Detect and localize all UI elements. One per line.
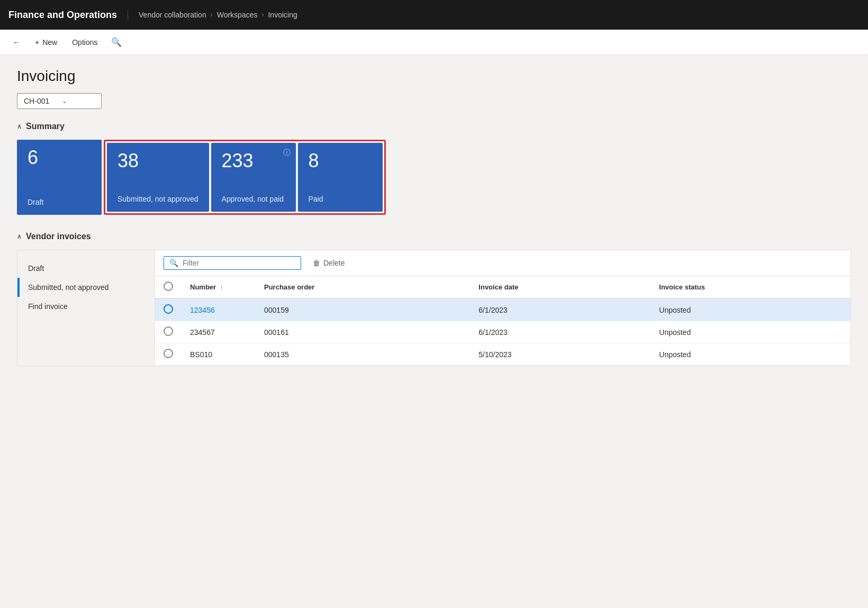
- row-status-cell: Unposted: [650, 343, 851, 366]
- breadcrumb-workspaces[interactable]: Workspaces: [217, 11, 258, 19]
- collapse-icon: ∧: [17, 123, 22, 130]
- table-row[interactable]: 234567 000161 6/1/2023 Unposted: [155, 321, 851, 343]
- row-number-cell: 234567: [182, 321, 256, 343]
- search-button[interactable]: 🔍: [106, 34, 127, 50]
- row-radio[interactable]: [164, 304, 173, 314]
- row-radio[interactable]: [164, 326, 173, 336]
- col-header-po[interactable]: Purchase order: [256, 276, 470, 298]
- vendor-invoices-section-label: Vendor invoices: [26, 232, 91, 241]
- table-header-row: Number ↑ Purchase order Invoice date Inv…: [155, 276, 851, 298]
- row-date-cell: 6/1/2023: [470, 298, 650, 321]
- plus-icon: +: [35, 38, 39, 47]
- tile-submitted[interactable]: 38 Submitted, not approved: [107, 143, 209, 212]
- tile-draft-number: 6: [28, 148, 91, 167]
- tile-paid-label: Paid: [309, 195, 372, 203]
- col-header-invoice-date[interactable]: Invoice date: [470, 276, 650, 298]
- info-icon: ⓘ: [283, 148, 291, 158]
- page-title: Invoicing: [17, 68, 851, 85]
- sort-icon: ↑: [220, 284, 223, 291]
- delete-button[interactable]: 🗑 Delete: [308, 256, 350, 270]
- breadcrumb-sep-1: ›: [211, 11, 213, 19]
- vi-layout: Draft Submitted, not approved Find invoi…: [17, 250, 851, 366]
- breadcrumb-vendor-collaboration[interactable]: Vendor collaboration: [139, 11, 206, 19]
- tile-draft[interactable]: 6 Draft: [17, 140, 102, 215]
- company-value: CH-001: [24, 97, 49, 105]
- vi-main: 🔍 🗑 Delete: [155, 250, 851, 366]
- tile-approved-number: 233: [222, 151, 285, 170]
- tiles-selected-group: 38 Submitted, not approved ⓘ 233 Approve…: [104, 140, 386, 215]
- app-brand: Finance and Operations: [8, 10, 128, 21]
- sidebar-item-draft[interactable]: Draft: [17, 259, 155, 278]
- row-number-cell: 123456: [182, 298, 256, 321]
- row-status-cell: Unposted: [650, 298, 851, 321]
- tile-approved-label: Approved, not paid: [222, 195, 285, 203]
- col-header-invoice-status[interactable]: Invoice status: [650, 276, 851, 298]
- company-dropdown[interactable]: CH-001 ⌄: [17, 93, 102, 109]
- sidebar-item-find-invoice[interactable]: Find invoice: [17, 297, 155, 316]
- toolbar: ← + New Options 🔍: [0, 30, 868, 55]
- tile-submitted-number: 38: [117, 151, 198, 170]
- company-select-wrapper: CH-001 ⌄: [17, 93, 851, 109]
- row-number-link[interactable]: 123456: [190, 306, 215, 314]
- col-header-number[interactable]: Number ↑: [182, 276, 256, 298]
- tile-draft-label: Draft: [28, 198, 91, 206]
- summary-section-header[interactable]: ∧ Summary: [17, 122, 851, 131]
- breadcrumb: Vendor collaboration › Workspaces › Invo…: [139, 11, 297, 19]
- row-number-cell: BS010: [182, 343, 256, 366]
- delete-label: Delete: [323, 259, 345, 267]
- select-all-radio[interactable]: [164, 282, 173, 291]
- vendor-invoices-section-header[interactable]: ∧ Vendor invoices: [17, 232, 851, 241]
- tile-approved[interactable]: ⓘ 233 Approved, not paid: [211, 143, 296, 212]
- back-icon: ←: [13, 38, 20, 47]
- vi-collapse-icon: ∧: [17, 233, 22, 240]
- search-icon: 🔍: [111, 37, 122, 47]
- breadcrumb-sep-2: ›: [261, 11, 264, 19]
- new-label: New: [42, 38, 57, 47]
- tile-paid-number: 8: [309, 151, 372, 170]
- filter-input[interactable]: [183, 259, 295, 267]
- summary-tiles: 6 Draft 38 Submitted, not approved ⓘ 233…: [17, 140, 851, 215]
- chevron-down-icon: ⌄: [62, 97, 67, 105]
- back-button[interactable]: ←: [6, 35, 26, 50]
- vi-toolbar: 🔍 🗑 Delete: [155, 250, 851, 276]
- col-header-select: [155, 276, 182, 298]
- summary-section-label: Summary: [26, 122, 65, 131]
- filter-input-wrapper[interactable]: 🔍: [164, 256, 301, 270]
- main-content: Invoicing CH-001 ⌄ ∧ Summary 6 Draft 38 …: [0, 55, 868, 379]
- vendor-invoices-table: Number ↑ Purchase order Invoice date Inv…: [155, 276, 851, 366]
- delete-icon: 🗑: [313, 259, 320, 267]
- row-po-cell: 000159: [256, 298, 470, 321]
- top-navigation: Finance and Operations Vendor collaborat…: [0, 0, 868, 30]
- sidebar-item-submitted[interactable]: Submitted, not approved: [17, 278, 155, 297]
- table-row[interactable]: 123456 000159 6/1/2023 Unposted: [155, 298, 851, 321]
- row-date-cell: 6/1/2023: [470, 321, 650, 343]
- row-po-cell: 000161: [256, 321, 470, 343]
- row-status-cell: Unposted: [650, 321, 851, 343]
- filter-search-icon: 🔍: [169, 259, 178, 267]
- tile-submitted-label: Submitted, not approved: [117, 195, 198, 203]
- row-date-cell: 5/10/2023: [470, 343, 650, 366]
- row-radio-cell: [155, 321, 182, 343]
- vi-sidebar: Draft Submitted, not approved Find invoi…: [17, 250, 155, 366]
- row-po-cell: 000135: [256, 343, 470, 366]
- row-radio-cell: [155, 298, 182, 321]
- vendor-invoices-section: Draft Submitted, not approved Find invoi…: [17, 250, 851, 366]
- options-button[interactable]: Options: [66, 35, 104, 50]
- tile-paid[interactable]: 8 Paid: [298, 143, 383, 212]
- row-radio-cell: [155, 343, 182, 366]
- row-radio[interactable]: [164, 349, 173, 358]
- options-label: Options: [72, 38, 97, 47]
- breadcrumb-invoicing[interactable]: Invoicing: [268, 11, 297, 19]
- table-row[interactable]: BS010 000135 5/10/2023 Unposted: [155, 343, 851, 366]
- new-button[interactable]: + New: [29, 35, 64, 50]
